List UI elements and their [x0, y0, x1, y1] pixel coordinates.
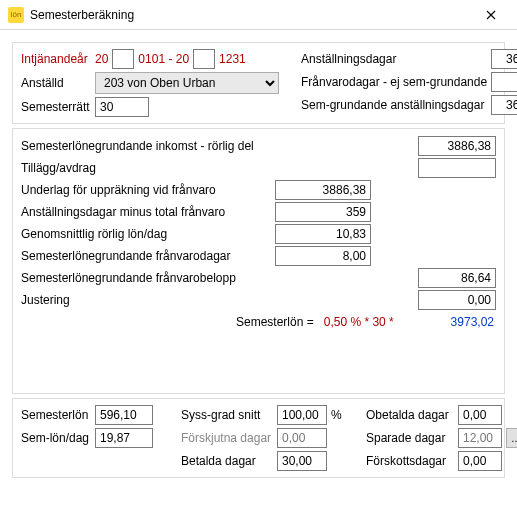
betalda-input[interactable] — [277, 451, 327, 471]
calc-row5-label: Genomsnittlig rörlig lön/dag — [21, 227, 271, 241]
calc-row3-label: Underlag för uppräkning vid frånvaro — [21, 183, 271, 197]
anstdagar-input[interactable] — [491, 49, 517, 69]
calc-row7-value[interactable] — [418, 268, 496, 288]
semesterlon-label: Semesterlön — [21, 408, 91, 422]
obetalda-label: Obetalda dagar — [366, 408, 454, 422]
bottom-panel: Semesterlön Sem-lön/dag Syss-grad snitt … — [12, 398, 505, 478]
ellipsis-icon: … — [511, 433, 517, 444]
calc-row8-label: Justering — [21, 293, 271, 307]
calc-row6-value[interactable] — [275, 246, 371, 266]
intj-mid: 0101 - 20 — [138, 52, 189, 66]
close-icon — [486, 10, 496, 20]
titlebar: lön Semesterberäkning — [0, 0, 517, 30]
calc-row5-value[interactable] — [275, 224, 371, 244]
formula-label: Semesterlön = — [236, 315, 314, 329]
semesterlon-input[interactable] — [95, 405, 153, 425]
calc-panel: Semesterlönegrundande inkomst - rörlig d… — [12, 128, 505, 394]
semlondag-label: Sem-lön/dag — [21, 431, 91, 445]
sparade-browse-button[interactable]: … — [506, 428, 517, 448]
intj-year2-suffix: 1231 — [219, 52, 246, 66]
sparade-input — [458, 428, 502, 448]
syss-label: Syss-grad snitt — [181, 408, 273, 422]
top-panel: Intjänandeår 20 0101 - 20 1231 Anställd … — [12, 42, 505, 124]
franvaro-label: Frånvarodagar - ej sem-grundande — [301, 75, 487, 89]
semgrund-input[interactable] — [491, 95, 517, 115]
calc-row1-value[interactable] — [418, 136, 496, 156]
intj-year1-prefix: 20 — [95, 52, 108, 66]
calc-row1-label: Semesterlönegrundande inkomst - rörlig d… — [21, 139, 271, 153]
betalda-label: Betalda dagar — [181, 454, 273, 468]
formula-result: 3973,02 — [416, 315, 494, 329]
calc-row7-label: Semesterlönegrundande frånvarobelopp — [21, 271, 271, 285]
forskjutna-input — [277, 428, 327, 448]
forskott-label: Förskottsdagar — [366, 454, 454, 468]
calc-row8-value[interactable] — [418, 290, 496, 310]
calc-row4-value[interactable] — [275, 202, 371, 222]
app-icon: lön — [8, 7, 24, 23]
intj-year2-input[interactable] — [193, 49, 215, 69]
calc-row2-value[interactable] — [418, 158, 496, 178]
calc-row2-label: Tillägg/avdrag — [21, 161, 271, 175]
anstalld-combo[interactable]: 203 von Oben Urban — [95, 72, 279, 94]
franvaro-input[interactable] — [491, 72, 517, 92]
intjanandear-label: Intjänandeår — [21, 52, 91, 66]
semesterratt-input[interactable] — [95, 97, 149, 117]
window-title: Semesterberäkning — [30, 8, 134, 22]
intj-year1-input[interactable] — [112, 49, 134, 69]
sparade-label: Sparade dagar — [366, 431, 454, 445]
syss-input[interactable] — [277, 405, 327, 425]
syss-unit: % — [331, 408, 342, 422]
semgrund-label: Sem-grundande anställningsdagar — [301, 98, 487, 112]
calc-row6-label: Semesterlönegrundande frånvarodagar — [21, 249, 271, 263]
close-button[interactable] — [468, 1, 513, 29]
forskott-input[interactable] — [458, 451, 502, 471]
semesterratt-label: Semesterrätt — [21, 100, 91, 114]
semlondag-input[interactable] — [95, 428, 153, 448]
anstalld-label: Anställd — [21, 76, 91, 90]
formula-expr: 0,50 % * 30 * — [324, 315, 394, 329]
obetalda-input[interactable] — [458, 405, 502, 425]
anstdagar-label: Anställningsdagar — [301, 52, 487, 66]
calc-row3-value[interactable] — [275, 180, 371, 200]
calc-row4-label: Anställningsdagar minus total frånvaro — [21, 205, 271, 219]
forskjutna-label: Förskjutna dagar — [181, 431, 273, 445]
